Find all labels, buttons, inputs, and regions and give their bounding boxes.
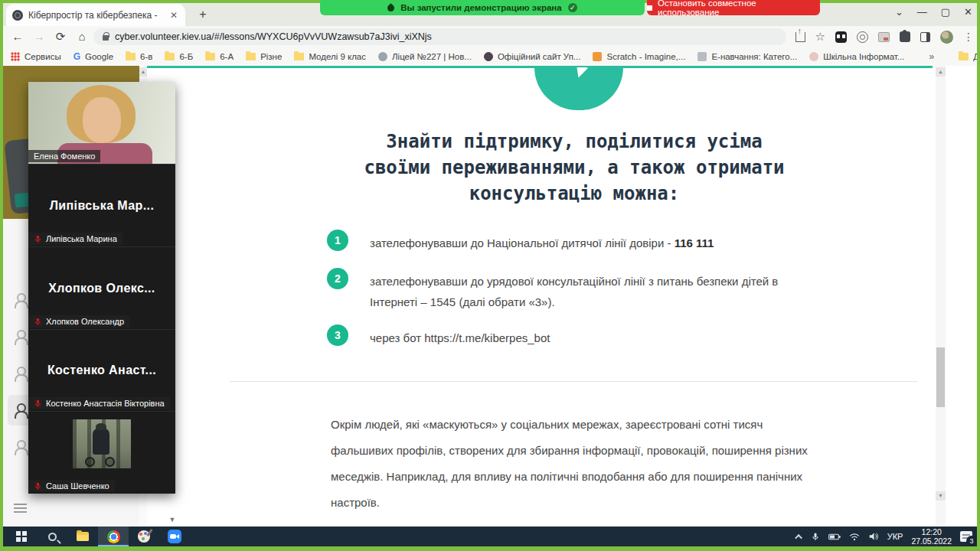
photos-extension-icon[interactable]: [878, 32, 890, 42]
site-favicon: [484, 52, 493, 61]
side-panel-icon[interactable]: [920, 32, 930, 42]
participant-tile[interactable]: Хлопков Олекс... Хлопков Олександр: [28, 247, 175, 330]
scroll-down-icon[interactable]: ▼: [936, 491, 946, 500]
participant-tile[interactable]: Саша Шевченко: [28, 412, 175, 494]
participant-name-tag: Липівська Марина: [28, 233, 122, 245]
extensions-puzzle-icon[interactable]: [900, 31, 910, 42]
taskbar-paint[interactable]: [129, 527, 159, 546]
bookmark-scratch[interactable]: Scratch - Imagine,...: [593, 52, 685, 61]
check-icon: ✓: [568, 3, 577, 12]
windows-taskbar: УКР 12:20 27.05.2022 3: [0, 527, 980, 546]
scroll-up-icon[interactable]: ▲: [139, 67, 147, 77]
bookmark-folder-6a[interactable]: 6-А: [205, 52, 234, 61]
reload-icon[interactable]: ⟳: [52, 28, 69, 45]
folder-icon: [126, 53, 136, 60]
share-status-text: Вы запустили демонстрацию экрана: [400, 3, 561, 12]
taskbar-file-explorer[interactable]: [67, 527, 98, 546]
tray-expand-icon[interactable]: [795, 533, 802, 541]
paint-icon: [138, 530, 150, 543]
folder-icon: [246, 53, 256, 60]
taskbar-zoom[interactable]: [159, 527, 190, 546]
participant-video-tile[interactable]: Елена Фоменко: [28, 82, 175, 165]
participant-display-name: Липівська Мар...: [50, 199, 155, 213]
number-badge: 3: [327, 324, 348, 346]
scratch-icon: [593, 52, 602, 61]
maximize-icon[interactable]: ▢: [941, 6, 950, 18]
language-indicator[interactable]: УКР: [887, 532, 903, 541]
adblock-extension-icon[interactable]: [835, 31, 847, 43]
wifi-icon[interactable]: [849, 533, 860, 541]
mic-muted-icon: [34, 318, 42, 326]
forward-icon[interactable]: →: [31, 28, 47, 45]
extension-icon[interactable]: [857, 31, 868, 43]
search-icon: [48, 533, 57, 541]
bookmark-services[interactable]: Сервисы: [11, 52, 61, 61]
mic-muted-icon: [34, 482, 42, 491]
bookmark-shkilna[interactable]: Шкільна Інформат...: [809, 52, 904, 61]
tab-favicon-globe-icon: [12, 10, 23, 21]
clock[interactable]: 12:20 27.05.2022: [911, 527, 952, 546]
bookmark-ofitsiynyi[interactable]: Офіційний сайт Уп...: [484, 52, 581, 61]
profile-avatar[interactable]: [940, 31, 953, 44]
address-bar[interactable]: cyber.volunteer.kiev.ua/#/lessons/WYXCU6…: [93, 28, 786, 45]
participant-tile[interactable]: Костенко Анаст... Костенко Анастасія Вік…: [28, 330, 175, 412]
window-menu-icon[interactable]: ⌄: [895, 6, 903, 18]
list-item-text: через бот https://t.me/kiberpes_bot: [370, 324, 799, 348]
participant-display-name: Костенко Анаст...: [47, 364, 156, 377]
bookmark-folder-6v[interactable]: 6-в: [126, 52, 152, 61]
menu-burger-icon[interactable]: [14, 504, 27, 513]
microphone-icon[interactable]: [811, 532, 820, 542]
bookmark-folder-modeli[interactable]: Моделі 9 клас: [294, 52, 366, 61]
hotline-number: 116 111: [675, 236, 714, 249]
bookmark-google[interactable]: GGoogle: [74, 51, 113, 62]
new-tab-button[interactable]: +: [194, 6, 211, 23]
tab-close-icon[interactable]: ✕: [168, 10, 179, 21]
lock-icon: [103, 35, 109, 41]
taskbar-search-button[interactable]: [37, 527, 67, 546]
battery-icon[interactable]: [828, 533, 841, 541]
chrome-icon: [107, 530, 120, 543]
home-icon[interactable]: ⌂: [74, 28, 90, 45]
participant-tile[interactable]: Липівська Мар... Липівська Марина: [28, 165, 175, 247]
list-item-1: 1 зателефонувавши до Національної дитячо…: [327, 230, 799, 253]
share-icon[interactable]: [795, 32, 805, 42]
apps-grid-icon: [11, 52, 20, 61]
back-icon[interactable]: ←: [9, 28, 26, 45]
body-paragraph: Окрім людей, які «маскуються» у соціальн…: [331, 412, 824, 516]
start-button[interactable]: [6, 527, 37, 546]
bookmark-folder-rizne[interactable]: Різне: [246, 52, 282, 61]
speaker-icon[interactable]: [868, 532, 879, 541]
bookmark-folder-6b[interactable]: 6-Б: [165, 52, 193, 61]
browser-toolbar: ← → ⟳ ⌂ cyber.volunteer.kiev.ua/#/lesson…: [0, 26, 980, 47]
annotate-icon: [386, 3, 396, 13]
participant-display-name: Хлопков Олекс...: [48, 282, 155, 295]
person-icon: [14, 403, 28, 417]
scroll-up-icon[interactable]: ▲: [936, 67, 946, 77]
close-icon[interactable]: ✕: [964, 6, 972, 18]
list-item-2: 2 зателефонувавши до урядової консультац…: [327, 268, 799, 312]
bookmark-enavchannya[interactable]: Е-навчання: Катего...: [697, 52, 797, 61]
bookmarks-bar: Сервисы GGoogle 6-в 6-Б 6-А Різне Моделі…: [3, 47, 977, 66]
bookmarks-overflow-chevron[interactable]: »: [929, 51, 934, 62]
site-favicon: [378, 52, 387, 61]
site-favicon: [697, 52, 707, 61]
minimize-icon[interactable]: —: [917, 6, 927, 18]
scrollbar-thumb[interactable]: [936, 347, 945, 407]
file-explorer-icon: [77, 532, 89, 541]
bookmark-star-icon[interactable]: ☆: [815, 30, 825, 44]
participant-photo-avatar: [73, 419, 131, 468]
taskbar-chrome-active[interactable]: [98, 527, 129, 546]
stop-sharing-button[interactable]: Остановить совместное использование: [647, 0, 820, 15]
scroll-down-icon[interactable]: ▼: [167, 514, 178, 525]
browser-tab[interactable]: Кіберпростір та кібербезпека - ✕: [6, 4, 185, 26]
notification-center-icon[interactable]: 3: [960, 531, 972, 542]
folder-icon: [294, 53, 304, 60]
participant-name-tag: Хлопков Олександр: [28, 315, 129, 328]
other-bookmarks[interactable]: Другие закладки: [959, 52, 980, 61]
number-badge: 2: [327, 268, 348, 289]
page-scrollbar[interactable]: ▲ ▼: [936, 66, 946, 527]
browser-menu-icon[interactable]: ⋮: [963, 33, 974, 41]
url-text[interactable]: cyber.volunteer.kiev.ua/#/lessons/WYXCU6…: [115, 31, 432, 42]
bookmark-licej[interactable]: Ліцей №227 | Нов...: [378, 52, 472, 61]
speech-bubble-icon: [534, 67, 623, 110]
